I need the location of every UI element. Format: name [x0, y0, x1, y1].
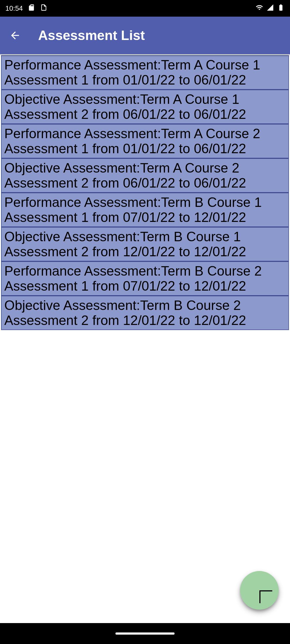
list-item[interactable]: Objective Assessment:Term B Course 1 Ass… [1, 227, 289, 261]
home-indicator[interactable] [115, 632, 175, 635]
document-icon [40, 4, 48, 13]
list-item[interactable]: Performance Assessment:Term A Course 2 A… [1, 124, 289, 158]
status-left: 10:54 [5, 4, 48, 13]
status-time: 10:54 [5, 4, 23, 13]
back-button[interactable] [5, 26, 25, 45]
list-item[interactable]: Performance Assessment:Term A Course 1 A… [1, 55, 289, 90]
assessment-list: Performance Assessment:Term A Course 1 A… [0, 55, 290, 330]
list-item[interactable]: Objective Assessment:Term A Course 2 Ass… [1, 158, 289, 193]
list-item[interactable]: Performance Assessment:Term B Course 1 A… [1, 193, 289, 227]
arrow-left-icon [9, 30, 21, 41]
status-bar: 10:54 [0, 0, 290, 17]
status-right [256, 4, 285, 13]
add-button[interactable] [240, 571, 279, 610]
app-container: Assessment List Performance Assessment:T… [0, 17, 290, 623]
list-item[interactable]: Objective Assessment:Term A Course 1 Ass… [1, 90, 289, 124]
page-title: Assessment List [38, 28, 145, 43]
wifi-icon [256, 4, 263, 13]
list-item[interactable]: Performance Assessment:Term B Course 2 A… [1, 261, 289, 296]
signal-icon [266, 4, 274, 13]
list-item[interactable]: Objective Assessment:Term B Course 2 Ass… [1, 296, 289, 330]
sd-card-icon [28, 4, 35, 13]
app-bar: Assessment List [0, 17, 290, 54]
navigation-bar [0, 623, 290, 644]
content-area: Performance Assessment:Term A Course 1 A… [0, 54, 290, 623]
battery-icon [277, 4, 285, 13]
